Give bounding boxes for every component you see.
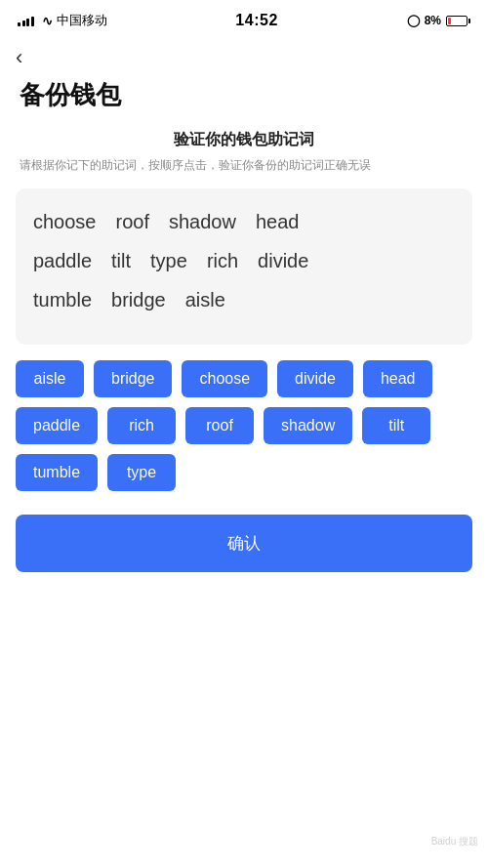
wifi-icon: ∿ [42,14,53,28]
chip-aisle[interactable]: aisle [16,360,84,397]
chip-head[interactable]: head [363,360,433,397]
battery-icon [446,16,470,26]
display-word-tumble: tumble [33,284,92,315]
chip-tilt[interactable]: tilt [362,407,430,444]
confirm-button[interactable]: 确认 [16,515,472,572]
status-right: ◯ 8% [407,14,470,27]
display-word-choose: choose [33,206,97,237]
display-word-roof: roof [116,206,149,237]
display-word-bridge: bridge [111,284,166,315]
word-row-2: paddle tilt type rich divide [33,245,455,276]
carrier-text: 中国移动 [57,12,107,29]
status-time: 14:52 [235,12,277,29]
chip-bridge[interactable]: bridge [94,360,172,397]
page-title: 备份钱包 [0,74,488,130]
chip-tumble[interactable]: tumble [16,454,98,491]
display-word-tilt: tilt [111,245,131,276]
watermark: Baidu 搜题 [431,835,478,848]
display-word-divide: divide [258,245,308,276]
chip-type[interactable]: type [107,454,176,491]
back-button[interactable]: ‹ [0,37,488,74]
display-word-aisle: aisle [185,284,225,315]
display-word-paddle: paddle [33,245,92,276]
location-icon: ◯ [407,14,420,27]
word-chips-grid: aisle bridge choose divide head paddle r… [16,360,472,491]
display-word-rich: rich [207,245,238,276]
word-chips-area: aisle bridge choose divide head paddle r… [0,345,488,501]
chip-rich[interactable]: rich [107,407,176,444]
word-row-1: choose roof shadow head [33,206,455,237]
section-description: 请根据你记下的助记词，按顺序点击，验证你备份的助记词正确无误 [0,156,488,175]
section-title: 验证你的钱包助记词 [0,130,488,150]
chip-divide[interactable]: divide [277,360,353,397]
word-row-3: tumble bridge aisle [33,284,455,315]
signal-icon [18,15,34,26]
display-word-type: type [150,245,187,276]
back-chevron-icon: ‹ [16,47,22,68]
chip-choose[interactable]: choose [182,360,267,397]
battery-percent: 8% [425,14,441,27]
status-bar: ∿ 中国移动 14:52 ◯ 8% [0,0,488,37]
display-word-head: head [256,206,300,237]
chip-shadow[interactable]: shadow [264,407,352,444]
chip-roof[interactable]: roof [185,407,254,444]
status-left: ∿ 中国移动 [18,12,107,29]
word-display-box: choose roof shadow head paddle tilt type… [16,188,472,345]
chip-paddle[interactable]: paddle [16,407,98,444]
display-word-shadow: shadow [169,206,236,237]
